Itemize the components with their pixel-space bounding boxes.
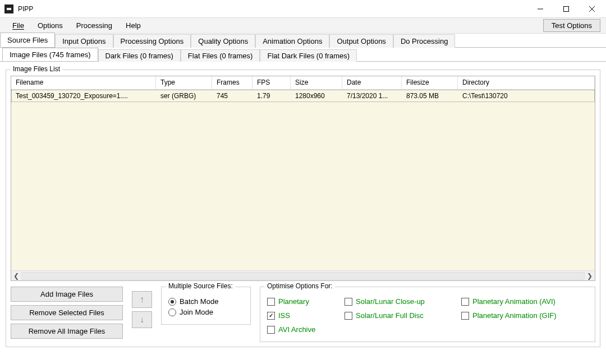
arrow-up-icon: ↑ <box>140 294 144 305</box>
app-icon <box>4 4 13 13</box>
tab-flat-files[interactable]: Flat Files (0 frames) <box>181 49 260 62</box>
check-label: ISS <box>278 311 290 320</box>
checkbox-icon <box>345 312 352 320</box>
optimise-options-group: Optimise Options For: Planetary Solar/Lu… <box>260 287 595 342</box>
col-date[interactable]: Date <box>342 76 402 89</box>
check-label: Solar/Lunar Close-up <box>356 297 425 306</box>
scroll-right-icon[interactable]: ❯ <box>585 271 595 281</box>
radio-label: Batch Mode <box>180 297 218 306</box>
reorder-buttons: ↑ ↓ <box>132 291 152 328</box>
check-solar-closeup[interactable]: Solar/Lunar Close-up <box>345 297 457 306</box>
tab-image-files[interactable]: Image Files (745 frames) <box>2 48 98 61</box>
check-iss[interactable]: ISS <box>267 311 340 320</box>
checkbox-icon <box>267 312 275 320</box>
tab-flat-dark-files[interactable]: Flat Dark Files (0 frames) <box>260 49 357 62</box>
main-tabs: Source Files Input Options Processing Op… <box>0 34 606 48</box>
col-fps[interactable]: FPS <box>252 76 291 89</box>
menu-file[interactable]: File <box>6 19 31 32</box>
optimise-title: Optimise Options For: <box>265 282 335 290</box>
menu-processing[interactable]: Processing <box>70 19 119 32</box>
image-files-list-group: Image Files List Filename Type Frames FP… <box>6 70 600 347</box>
table-body: Test_003459_130720_Exposure=1.... ser (G… <box>11 90 595 270</box>
check-label: AVI Archive <box>278 325 315 334</box>
check-label: Planetary <box>278 297 309 306</box>
col-filename[interactable]: Filename <box>11 76 156 89</box>
checkbox-icon <box>267 298 275 306</box>
window-title: PIPP <box>18 4 33 13</box>
cell-filesize: 873.05 MB <box>402 90 458 102</box>
checkbox-icon <box>267 326 275 334</box>
scroll-left-icon[interactable]: ❮ <box>11 271 21 281</box>
scroll-track[interactable] <box>21 272 585 280</box>
checkbox-icon <box>345 298 352 306</box>
tab-do-processing[interactable]: Do Processing <box>393 34 456 48</box>
check-anim-gif[interactable]: Planetary Animation (GIF) <box>461 311 585 320</box>
tab-output-options[interactable]: Output Options <box>329 34 393 48</box>
file-type-tabs: Image Files (745 frames) Dark Files (0 f… <box>0 48 606 62</box>
cell-date: 7/13/2020 1... <box>342 90 402 102</box>
radio-join-mode[interactable]: Join Mode <box>168 308 244 316</box>
svg-rect-1 <box>7 8 11 10</box>
table-row[interactable]: Test_003459_130720_Exposure=1.... ser (G… <box>11 90 595 102</box>
arrow-down-icon: ↓ <box>140 315 144 325</box>
col-frames[interactable]: Frames <box>212 76 252 89</box>
radio-icon <box>168 298 176 306</box>
radio-batch-mode[interactable]: Batch Mode <box>168 297 244 306</box>
cell-filename: Test_003459_130720_Exposure=1.... <box>11 90 156 102</box>
minimize-button[interactable] <box>527 1 553 17</box>
file-action-buttons: Add Image Files Remove Selected Files Re… <box>11 287 123 339</box>
tab-animation-options[interactable]: Animation Options <box>255 34 329 48</box>
check-label: Planetary Animation (AVI) <box>472 297 556 306</box>
horizontal-scrollbar[interactable]: ❮ ❯ <box>11 270 595 280</box>
remove-selected-button[interactable]: Remove Selected Files <box>11 305 123 320</box>
cell-frames: 745 <box>212 90 252 102</box>
remove-all-button[interactable]: Remove All Image Files <box>11 324 123 339</box>
files-table[interactable]: Filename Type Frames FPS Size Date Files… <box>11 76 595 281</box>
cell-fps: 1.79 <box>252 90 291 102</box>
check-anim-avi[interactable]: Planetary Animation (AVI) <box>461 297 585 306</box>
move-up-button[interactable]: ↑ <box>132 291 152 308</box>
svg-rect-3 <box>564 6 569 11</box>
cell-size: 1280x960 <box>291 90 342 102</box>
col-type[interactable]: Type <box>156 76 212 89</box>
check-label: Solar/Lunar Full Disc <box>356 311 424 320</box>
menu-options[interactable]: Options <box>31 19 70 32</box>
move-down-button[interactable]: ↓ <box>132 311 152 328</box>
tab-input-options[interactable]: Input Options <box>55 34 113 48</box>
tab-dark-files[interactable]: Dark Files (0 frames) <box>98 49 181 62</box>
close-button[interactable] <box>579 1 605 17</box>
col-size[interactable]: Size <box>291 76 342 89</box>
cell-directory: C:\Test\130720 <box>458 90 595 102</box>
col-filesize[interactable]: Filesize <box>402 76 458 89</box>
cell-type: ser (GRBG) <box>156 90 212 102</box>
group-title: Image Files List <box>11 65 62 73</box>
multiple-source-title: Multiple Source Files: <box>166 282 235 290</box>
check-planetary[interactable]: Planetary <box>267 297 340 306</box>
check-avi-archive[interactable]: AVI Archive <box>267 325 340 334</box>
radio-label: Join Mode <box>180 308 213 316</box>
tab-source-files[interactable]: Source Files <box>0 33 55 47</box>
checkbox-icon <box>461 312 469 320</box>
menubar: File Options Processing Help Test Option… <box>0 18 606 34</box>
tab-quality-options[interactable]: Quality Options <box>191 34 255 48</box>
multiple-source-group: Multiple Source Files: Batch Mode Join M… <box>161 287 251 325</box>
titlebar: PIPP <box>0 0 606 18</box>
checkbox-icon <box>461 298 469 306</box>
table-header: Filename Type Frames FPS Size Date Files… <box>11 76 595 90</box>
check-label: Planetary Animation (GIF) <box>472 311 557 320</box>
menu-help[interactable]: Help <box>119 19 148 32</box>
test-options-button[interactable]: Test Options <box>543 19 600 32</box>
radio-icon <box>168 308 176 316</box>
col-directory[interactable]: Directory <box>458 76 595 89</box>
check-solar-full[interactable]: Solar/Lunar Full Disc <box>345 311 457 320</box>
maximize-button[interactable] <box>553 1 579 17</box>
add-image-files-button[interactable]: Add Image Files <box>11 287 123 302</box>
tab-processing-options[interactable]: Processing Options <box>113 34 191 48</box>
